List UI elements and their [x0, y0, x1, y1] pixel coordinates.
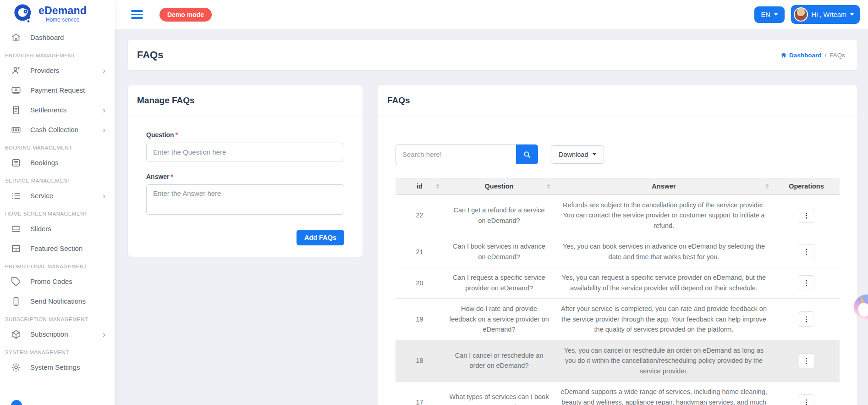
user-greeting: Hi , Wrteam: [812, 11, 846, 18]
faq-table-head-row: idQuestionAnswerOperations: [396, 178, 840, 195]
cell-answer: After your service is completed, you can…: [555, 299, 773, 340]
table-row: 17What types of services can I book on e…: [396, 382, 840, 405]
column-header-question[interactable]: Question: [444, 178, 555, 195]
faqs-card: FAQs Download: [378, 85, 857, 405]
payment-request-icon: [11, 85, 21, 95]
question-label: Question*: [146, 131, 344, 139]
sliders-icon: [11, 224, 21, 234]
brand-tagline: Home service: [46, 17, 79, 23]
sidebar-nav: DashboardPROVIDER MANAGEMENTProviders›Pa…: [0, 27, 115, 377]
send-notifications-icon: [11, 296, 21, 306]
row-operations-button[interactable]: ⋮: [799, 394, 814, 405]
cell-operations: ⋮: [773, 195, 840, 236]
sidebar-section-label: HOME SCREEN MANAGEMENT: [0, 205, 115, 219]
manage-faqs-title: Manage FAQs: [137, 95, 353, 105]
brand-text: eDemand Home service: [38, 5, 87, 23]
sort-icon: [547, 184, 550, 189]
download-dropdown[interactable]: Download: [551, 145, 604, 164]
row-operations-button[interactable]: ⋮: [799, 208, 814, 223]
table-row: 20Can I request a specific service provi…: [396, 267, 840, 299]
sidebar-item-label: System Settings: [30, 363, 105, 371]
column-header-id[interactable]: id: [396, 178, 444, 195]
sidebar-section-label: PROVIDER MANAGEMENT: [0, 47, 115, 61]
required-asterisk: *: [176, 131, 178, 139]
user-menu-dropdown[interactable]: Hi , Wrteam: [791, 5, 860, 24]
sort-icon: [436, 184, 439, 189]
sidebar-item-dashboard[interactable]: Dashboard: [0, 28, 115, 47]
sidebar-item-service[interactable]: Service›: [0, 186, 115, 205]
answer-input[interactable]: [146, 184, 344, 215]
service-icon: [11, 191, 21, 201]
edemand-logo-icon: [14, 4, 34, 24]
sidebar-item-promo-codes[interactable]: Promo Codes: [0, 272, 115, 291]
sidebar-item-system-settings[interactable]: System Settings: [0, 357, 115, 377]
row-operations-button[interactable]: ⋮: [799, 244, 814, 259]
sidebar-section-label: SERVICE MANAGEMENT: [0, 172, 115, 186]
cell-question: Can I book services in advance on eDeman…: [444, 236, 555, 267]
row-operations-button[interactable]: ⋮: [799, 311, 814, 327]
sidebar-item-label: Featured Section: [30, 244, 105, 252]
providers-icon: [11, 66, 21, 76]
sidebar-item-label: Bookings: [30, 159, 105, 166]
cell-question: Can I get a refund for a service on eDem…: [444, 195, 555, 236]
main-area: Demo mode EN Hi , Wrteam FAQs: [115, 0, 868, 405]
promo-codes-icon: [11, 277, 21, 287]
sidebar-section-label: BOOKING MANAGEMENT: [0, 139, 115, 153]
search-input[interactable]: [396, 144, 516, 164]
sidebar-item-sliders[interactable]: Sliders: [0, 219, 115, 239]
chevron-right-icon: ›: [103, 192, 105, 200]
row-operations-button[interactable]: ⋮: [799, 275, 814, 290]
sidebar-item-label: Cash Collection: [30, 126, 103, 133]
featured-section-icon: [11, 244, 21, 254]
cell-id: 19: [396, 299, 444, 340]
cell-operations: ⋮: [773, 267, 840, 299]
manage-faqs-header: Manage FAQs: [128, 85, 363, 116]
hamburger-menu-icon[interactable]: [131, 10, 143, 19]
sidebar-item-label: Promo Codes: [30, 277, 105, 285]
cards-row: Manage FAQs Question* Answer* Add FAQs: [128, 85, 857, 405]
language-dropdown[interactable]: EN: [754, 6, 785, 23]
faqs-card-title: FAQs: [387, 95, 848, 105]
breadcrumb: Dashboard / FAQs: [780, 52, 845, 59]
sidebar-item-cash-collection[interactable]: Cash Collection›: [0, 120, 115, 139]
support-icon[interactable]: [11, 400, 22, 405]
sidebar-item-payment-request[interactable]: Payment Request: [0, 80, 115, 100]
sidebar: eDemand Home service DashboardPROVIDER M…: [0, 0, 115, 405]
required-asterisk: *: [171, 173, 173, 180]
search-button[interactable]: [516, 144, 538, 164]
form-actions: Add FAQs: [146, 230, 344, 245]
cell-answer: Yes, you can book services in advance on…: [555, 236, 773, 267]
system-settings-icon: [11, 362, 21, 372]
cell-id: 20: [396, 267, 444, 299]
cell-id: 22: [396, 195, 444, 236]
chevron-right-icon: ›: [103, 67, 105, 75]
page-content: FAQs Dashboard / FAQs Manage FAQs: [115, 29, 868, 405]
answer-label: Answer*: [146, 173, 344, 180]
sidebar-item-send-notifications[interactable]: Send Notifications: [0, 291, 115, 311]
brand[interactable]: eDemand Home service: [0, 0, 115, 27]
column-header-answer[interactable]: Answer: [555, 178, 773, 195]
sidebar-item-subscription[interactable]: Subscription›: [0, 324, 115, 344]
cell-question: Can I request a specific service provide…: [444, 267, 555, 299]
sidebar-item-providers[interactable]: Providers›: [0, 61, 115, 80]
table-row: 21Can I book services in advance on eDem…: [396, 236, 840, 267]
cell-id: 18: [396, 340, 444, 381]
cell-answer: Refunds are subject to the cancellation …: [555, 195, 773, 236]
sidebar-item-bookings[interactable]: Bookings: [0, 153, 115, 172]
add-faqs-button[interactable]: Add FAQs: [297, 230, 344, 245]
sidebar-item-label: Service: [30, 192, 103, 200]
sidebar-item-featured-section[interactable]: Featured Section: [0, 239, 115, 258]
sidebar-item-settlements[interactable]: Settlements›: [0, 100, 115, 120]
chevron-right-icon: ›: [103, 330, 105, 338]
breadcrumb-current: FAQs: [830, 52, 845, 59]
subscription-icon: [11, 329, 21, 339]
app-root: eDemand Home service DashboardPROVIDER M…: [0, 0, 868, 405]
breadcrumb-dashboard-link[interactable]: Dashboard: [780, 52, 822, 59]
row-operations-button[interactable]: ⋮: [799, 353, 814, 368]
bookings-icon: [11, 158, 21, 168]
sidebar-item-label: Send Notifications: [30, 297, 105, 305]
chevron-down-icon: [593, 153, 596, 155]
question-input[interactable]: [146, 143, 344, 161]
home-icon: [780, 52, 787, 58]
cell-id: 21: [396, 236, 444, 267]
